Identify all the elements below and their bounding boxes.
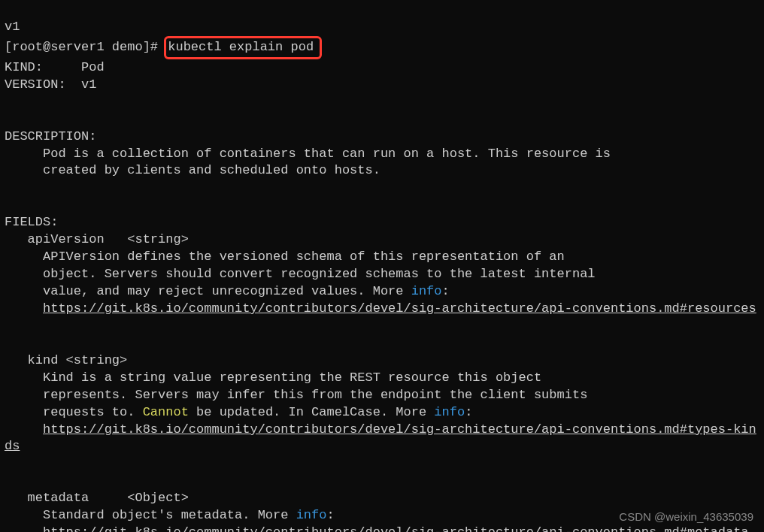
command-highlight-box: kubectl explain pod bbox=[164, 36, 322, 59]
kind-desc3-post: be updated. In CamelCase. More bbox=[189, 405, 434, 419]
colon-1: : bbox=[442, 284, 450, 298]
command-text: kubectl explain pod bbox=[168, 40, 314, 54]
kind-desc1: Kind is a string value representing the … bbox=[5, 370, 759, 387]
field-apiversion: apiVersion <string> bbox=[5, 231, 759, 249]
colon-3: : bbox=[326, 508, 334, 522]
field-kind: kind <string> bbox=[5, 352, 759, 370]
url-resources[interactable]: https://git.k8s.io/community/contributor… bbox=[43, 301, 756, 316]
cannot-word: Cannot bbox=[143, 405, 189, 419]
info-word-1: info bbox=[411, 284, 442, 298]
description-line2: created by clients and scheduled onto ho… bbox=[5, 162, 759, 180]
description-header: DESCRIPTION: bbox=[5, 128, 759, 146]
apiversion-desc1: APIVersion defines the versioned schema … bbox=[5, 249, 759, 266]
kind-value: Pod bbox=[81, 60, 105, 74]
kind-desc2: represents. Servers may infer this from … bbox=[5, 387, 759, 404]
url-types-kinds[interactable]: https://git.k8s.io/community/contributor… bbox=[5, 422, 756, 454]
watermark: CSDN @weixin_43635039 bbox=[619, 509, 753, 524]
terminal-output: v1[root@server1 demo]# kubectl explain p… bbox=[0, 0, 764, 532]
metadata-desc1-pre: Standard object's metadata. More bbox=[5, 508, 296, 522]
description-line1: Pod is a collection of containers that c… bbox=[5, 146, 759, 163]
url-metadata[interactable]: https://git.k8s.io/community/contributor… bbox=[43, 525, 749, 532]
kind-desc3-pre: requests to. bbox=[5, 405, 143, 419]
shell-prompt: [root@server1 demo]# bbox=[5, 40, 165, 54]
colon-2: : bbox=[465, 405, 472, 419]
url3-indent bbox=[5, 525, 43, 532]
apiversion-desc2: object. Servers should convert recognize… bbox=[5, 266, 759, 283]
apiversion-desc3-pre: value, and may reject unrecognized value… bbox=[5, 284, 411, 298]
version-value: v1 bbox=[81, 77, 96, 92]
field-metadata: metadata <Object> bbox=[5, 490, 759, 507]
top-line: v1 bbox=[5, 19, 759, 36]
info-word-3: info bbox=[296, 508, 327, 522]
url1-indent bbox=[5, 301, 43, 316]
version-label: VERSION: bbox=[5, 77, 81, 92]
url2-indent bbox=[5, 422, 43, 437]
info-word-2: info bbox=[434, 405, 465, 419]
fields-header: FIELDS: bbox=[5, 214, 759, 231]
kind-label: KIND: bbox=[5, 60, 81, 74]
